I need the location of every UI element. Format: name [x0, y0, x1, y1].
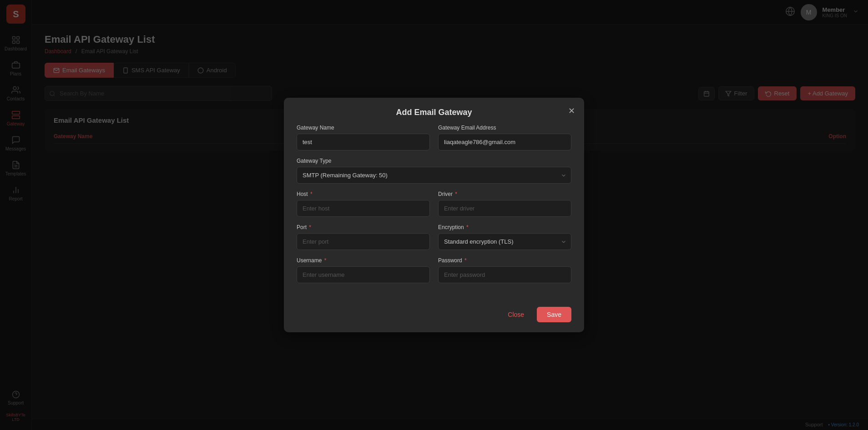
- modal-save-button[interactable]: Save: [537, 307, 571, 322]
- password-label: Password *: [438, 257, 571, 264]
- form-row-1: Gateway Name Gateway Email Address: [297, 125, 571, 150]
- gateway-email-label: Gateway Email Address: [438, 125, 571, 131]
- gateway-type-select[interactable]: SMTP (Remaining Gateway: 50) SendGrid Ma…: [297, 167, 571, 184]
- form-row-port-encryption: Port * Encryption * Standard encryption …: [297, 224, 571, 250]
- port-required: *: [309, 224, 311, 230]
- host-required: *: [310, 191, 313, 197]
- form-group-gateway-type: Gateway Type SMTP (Remaining Gateway: 50…: [297, 158, 571, 184]
- gateway-name-label: Gateway Name: [297, 125, 430, 131]
- form-group-host: Host *: [297, 191, 430, 217]
- form-group-port: Port *: [297, 224, 430, 250]
- add-email-gateway-modal: Add Email Gateway ✕ Gateway Name Gateway…: [284, 98, 584, 332]
- password-input[interactable]: [438, 266, 571, 283]
- username-input[interactable]: [297, 266, 430, 283]
- driver-label: Driver *: [438, 191, 571, 197]
- host-label: Host *: [297, 191, 430, 197]
- form-group-username: Username *: [297, 257, 430, 283]
- modal-body: Gateway Name Gateway Email Address Gatew…: [284, 125, 584, 300]
- form-group-password: Password *: [438, 257, 571, 283]
- encryption-label: Encryption *: [438, 224, 571, 230]
- port-input[interactable]: [297, 233, 430, 250]
- username-required: *: [324, 257, 327, 264]
- form-row-host-driver: Host * Driver *: [297, 191, 571, 217]
- username-label: Username *: [297, 257, 430, 264]
- form-row-username-password: Username * Password *: [297, 257, 571, 283]
- form-group-gateway-email: Gateway Email Address: [438, 125, 571, 150]
- form-group-driver: Driver *: [438, 191, 571, 217]
- gateway-email-input[interactable]: [438, 134, 571, 150]
- encryption-select-wrap: Standard encryption (TLS) SSL None: [438, 233, 571, 250]
- modal-title: Add Email Gateway: [396, 108, 472, 117]
- form-group-encryption: Encryption * Standard encryption (TLS) S…: [438, 224, 571, 250]
- host-input[interactable]: [297, 200, 430, 217]
- form-group-gateway-name: Gateway Name: [297, 125, 430, 150]
- port-label: Port *: [297, 224, 430, 230]
- gateway-type-select-wrap: SMTP (Remaining Gateway: 50) SendGrid Ma…: [297, 167, 571, 184]
- modal-overlay[interactable]: Add Email Gateway ✕ Gateway Name Gateway…: [0, 0, 868, 430]
- gateway-name-input[interactable]: [297, 134, 430, 150]
- modal-close-text-button[interactable]: Close: [500, 307, 531, 322]
- modal-header: Add Email Gateway ✕: [284, 98, 584, 125]
- modal-close-button[interactable]: ✕: [568, 107, 575, 115]
- form-row-type: Gateway Type SMTP (Remaining Gateway: 50…: [297, 158, 571, 184]
- encryption-required: *: [466, 224, 469, 230]
- encryption-select[interactable]: Standard encryption (TLS) SSL None: [438, 233, 571, 250]
- gateway-type-label: Gateway Type: [297, 158, 571, 164]
- driver-input[interactable]: [438, 200, 571, 217]
- modal-footer: Close Save: [284, 300, 584, 332]
- driver-required: *: [455, 191, 457, 197]
- password-required: *: [464, 257, 467, 264]
